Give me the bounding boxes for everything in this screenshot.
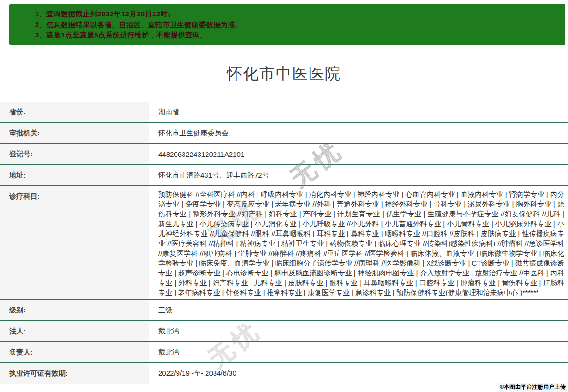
row-person-in-charge: 负责人: 戴北鸿: [0, 342, 568, 363]
approval-authority-value: 怀化市卫生健康委员会: [149, 123, 568, 143]
departments-label: 诊疗科目:: [0, 186, 149, 299]
notice-banner: 1、查询数据截止到2022年12月20日22时; 2、信息数据结果以各省、自治区…: [9, 4, 565, 45]
row-approval-authority: 审批机关: 怀化市卫生健康委员会: [0, 123, 568, 144]
row-level: 级别: 三级: [0, 300, 568, 321]
page-title: 怀化市中医医院: [227, 63, 341, 84]
level-value: 三级: [149, 300, 568, 320]
row-license-validity: 执业许可证有效期: 2022/9/19 -至- 2034/6/30: [0, 363, 568, 384]
address-value: 怀化市正清路431号、迎丰西路72号: [149, 165, 568, 185]
legal-person-label: 法人:: [0, 321, 149, 341]
hospital-info-table: 省份: 湖南省 审批机关: 怀化市卫生健康委员会 登记号: 4482063224…: [0, 102, 568, 384]
row-registration-number: 登记号: 44820632243120211A2101: [0, 144, 568, 165]
registration-number-value: 44820632243120211A2101: [149, 144, 568, 164]
row-province: 省份: 湖南省: [0, 102, 568, 123]
notice-line-2: 2、信息数据结果以各省、自治区、直辖市卫生健康委数据为准。: [35, 20, 556, 30]
registration-number-label: 登记号:: [0, 144, 149, 164]
notice-line-3: 3、凌晨1点至凌晨5点系统进行维护，不能提供查询。: [35, 30, 556, 41]
legal-person-value: 戴北鸿: [149, 321, 568, 341]
level-label: 级别:: [0, 300, 149, 320]
address-label: 地址:: [0, 165, 149, 185]
person-in-charge-label: 负责人:: [0, 342, 149, 362]
upload-attribution-note: ©本图由平台注册用户上传: [498, 383, 567, 392]
departments-value: 预防保健科 //全科医疗科 //内科 | 呼吸内科专业 | 消化内科专业 | 神…: [149, 186, 568, 299]
title-section: 怀化市中医医院: [0, 45, 568, 102]
row-departments: 诊疗科目: 预防保健科 //全科医疗科 //内科 | 呼吸内科专业 | 消化内科…: [0, 186, 568, 300]
row-address: 地址: 怀化市正清路431号、迎丰西路72号: [0, 165, 568, 186]
license-validity-label: 执业许可证有效期:: [0, 363, 149, 384]
notice-line-1: 1、查询数据截止到2022年12月20日22时;: [35, 9, 556, 20]
province-label: 省份:: [0, 102, 149, 122]
person-in-charge-value: 戴北鸿: [149, 342, 568, 362]
row-legal-person: 法人: 戴北鸿: [0, 321, 568, 342]
approval-authority-label: 审批机关:: [0, 123, 149, 143]
province-value: 湖南省: [149, 102, 568, 122]
license-validity-value: 2022/9/19 -至- 2034/6/30: [149, 363, 568, 384]
